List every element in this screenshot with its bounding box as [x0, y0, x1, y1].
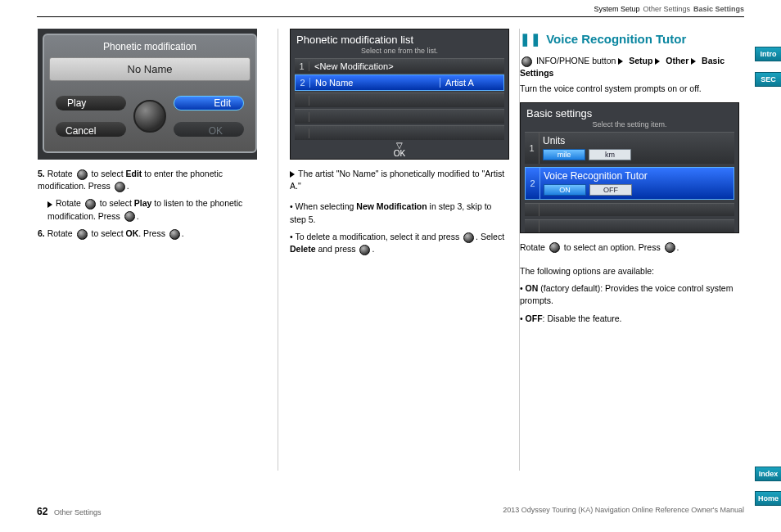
- row-label: No Name: [310, 78, 440, 88]
- play-label: Play: [67, 97, 86, 109]
- dial-icon: [85, 199, 96, 210]
- dial-icon: [115, 182, 125, 192]
- tab-intro[interactable]: Intro: [755, 47, 781, 61]
- setting-label: Units: [541, 134, 734, 149]
- page-footer: 62 Other Settings 2013 Odyssey Touring (…: [37, 506, 744, 517]
- footer-manual: 2013 Odyssey Touring (KA) Navigation Onl…: [503, 506, 744, 517]
- list-row[interactable]: [295, 125, 504, 140]
- nav-path: INFO/PHONE button Setup Other Basic Sett…: [520, 55, 747, 79]
- settings-subtitle: Select the setting item.: [520, 119, 739, 132]
- arrow-icon: [290, 171, 295, 178]
- dial-icon: [77, 229, 88, 240]
- section-heading: ❚❚ Voice Recognition Tutor: [520, 29, 747, 50]
- ok-label: OK: [394, 149, 405, 158]
- dial-icon: [359, 245, 370, 255]
- dial-icon: [665, 242, 675, 253]
- row-num: 2: [526, 168, 540, 199]
- instructions: 5. Rotate to select Edit to enter the ph…: [38, 168, 265, 240]
- tab-label: Home: [758, 494, 779, 503]
- page-number: 62: [37, 506, 47, 517]
- settings-title: Basic settings: [520, 102, 739, 119]
- arrow-icon: [691, 58, 696, 65]
- opt-mile[interactable]: mile: [543, 149, 585, 160]
- list-title: Phonetic modification list: [290, 29, 509, 46]
- list-row[interactable]: 1 <New Modification>: [295, 58, 504, 73]
- opt-km[interactable]: km: [589, 149, 631, 160]
- crumb: Basic Settings: [693, 5, 744, 13]
- breadcrumb: System Setup Other Settings Basic Settin…: [37, 0, 744, 17]
- row-num: 2: [296, 78, 310, 88]
- setting-label: Voice Recognition Tutor: [542, 169, 734, 184]
- dial-icon: [124, 211, 135, 222]
- cancel-label: Cancel: [65, 125, 96, 137]
- setting-empty: [525, 203, 734, 216]
- heading-text: Voice Recognition Tutor: [546, 32, 686, 46]
- tab-index[interactable]: Index: [755, 467, 781, 481]
- crumb: Other Settings: [643, 5, 690, 13]
- instructions: Rotate to select an option. Press . The …: [520, 241, 747, 325]
- edit-segment[interactable]: [174, 96, 244, 110]
- opt-on[interactable]: ON: [544, 184, 586, 196]
- ok-bar[interactable]: ▽ OK: [290, 142, 509, 158]
- tab-label: SEC: [761, 75, 776, 83]
- row-num: 1: [295, 61, 309, 71]
- dialog-title: Phonetic modification: [49, 40, 251, 57]
- dial-icon: [169, 229, 180, 240]
- edit-label: Edit: [214, 97, 231, 109]
- modification-value[interactable]: No Name: [49, 57, 251, 81]
- chevron-down-icon: ▽: [290, 142, 509, 149]
- tab-home[interactable]: Home: [755, 491, 781, 506]
- dial-icon: [549, 242, 560, 253]
- ok-label: OK: [209, 125, 223, 137]
- setting-empty: [525, 219, 734, 232]
- footer-section: Other Settings: [54, 508, 102, 516]
- arrow-icon: [618, 58, 623, 65]
- play-segment[interactable]: [56, 96, 126, 110]
- opt-off[interactable]: OFF: [589, 184, 632, 196]
- screenshot-phonetic-modification: Select an item Phonetic modification No …: [38, 29, 257, 160]
- row-num: 1: [525, 133, 539, 164]
- row-num: [295, 96, 309, 106]
- tab-label: Intro: [761, 50, 777, 58]
- list-row-selected[interactable]: 2 No Name Artist A: [295, 74, 504, 91]
- list-row[interactable]: [295, 92, 504, 107]
- button-icon: [521, 56, 532, 67]
- row-num: [295, 128, 309, 138]
- screenshot-modification-list: Phonetic modification list Select one fr…: [290, 29, 509, 160]
- arrow-icon: [47, 201, 52, 208]
- dial-icon: [77, 169, 88, 180]
- list-subtitle: Select one from the list.: [290, 46, 509, 58]
- arrow-icon: [655, 58, 660, 65]
- screenshot-basic-settings: Basic settings Select the setting item. …: [520, 102, 739, 233]
- setting-voice-tutor[interactable]: 2 Voice Recognition Tutor ON OFF: [525, 167, 734, 200]
- tab-sec[interactable]: SEC: [755, 72, 781, 87]
- row-label: <New Modification>: [309, 61, 504, 71]
- section-sub: Turn the voice control system prompts on…: [520, 83, 747, 95]
- list-row[interactable]: [295, 109, 504, 124]
- dial-icon: [463, 232, 474, 243]
- row-num: [295, 112, 309, 122]
- instructions: The artist "No Name" is phonetically mod…: [290, 168, 508, 255]
- crumb: System Setup: [594, 5, 639, 13]
- row-value: Artist A: [440, 78, 503, 88]
- dial-icon: [133, 100, 166, 133]
- setting-units[interactable]: 1 Units mile km: [525, 132, 734, 164]
- tab-label: Index: [759, 470, 779, 478]
